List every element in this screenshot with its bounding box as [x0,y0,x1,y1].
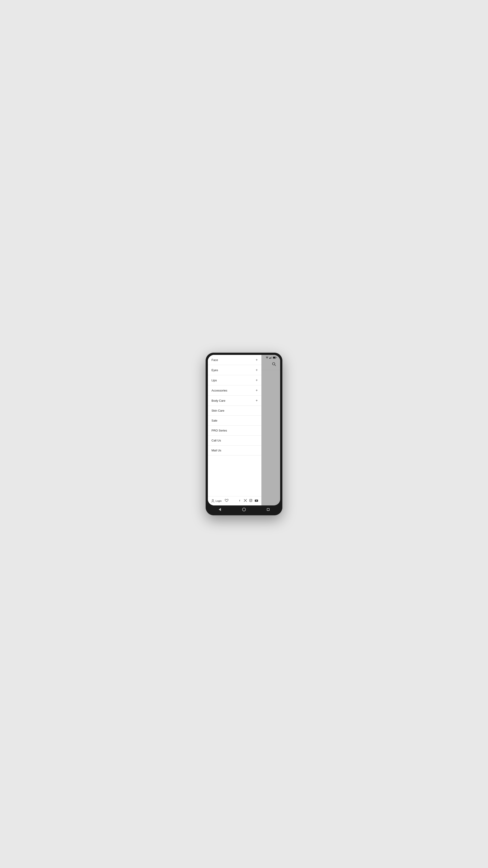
phone-frame: 9:05 [205,352,283,515]
menu-overlay: Face + Eyes + Lips + Accessor [208,355,280,505]
menu-footer: Login f [208,496,261,505]
menu-item-accessories-label: Accessories [212,389,227,392]
twitter-x-icon [244,499,247,502]
svg-point-10 [212,500,214,501]
menu-item-face-label: Face [212,358,218,362]
menu-item-eyes-expand[interactable]: + [256,368,258,372]
back-arrow-icon [219,508,221,511]
overlay-backdrop[interactable] [261,355,280,505]
menu-item-mail-us-label: Mail Us [212,449,221,452]
back-nav-button[interactable] [217,507,223,512]
social-links: f [238,499,258,503]
menu-item-bodycare-label: Body Care [212,399,225,402]
wishlist-button[interactable] [225,499,228,503]
menu-item-skincare-label: Skin Care [212,409,224,412]
heart-icon [225,499,228,502]
menu-item-accessories[interactable]: Accessories + [208,385,261,396]
home-nav-button[interactable] [241,507,247,512]
menu-item-face[interactable]: Face + [208,355,261,365]
menu-item-call-us[interactable]: Call Us [208,436,261,445]
menu-item-sale-label: Sale [212,419,217,422]
home-circle-icon [242,508,246,511]
menu-scroll[interactable]: Face + Eyes + Lips + Accessor [208,355,261,496]
menu-item-eyes[interactable]: Eyes + [208,365,261,375]
instagram-link[interactable] [249,499,252,503]
menu-item-call-us-label: Call Us [212,439,221,442]
login-label: Login [216,500,222,502]
svg-point-16 [250,500,252,501]
instagram-icon [249,499,252,502]
youtube-icon [255,499,258,502]
menu-item-skincare[interactable]: Skin Care [208,406,261,416]
facebook-link[interactable]: f [238,499,241,503]
recents-nav-button[interactable] [265,507,271,512]
menu-item-face-expand[interactable]: + [256,358,258,362]
menu-item-lips[interactable]: Lips + [208,375,261,385]
menu-item-pro-series[interactable]: PRO Series [208,426,261,436]
menu-item-accessories-expand[interactable]: + [256,389,258,392]
menu-item-bodycare-expand[interactable]: + [256,399,258,402]
recents-square-icon [267,508,269,511]
menu-item-mail-us[interactable]: Mail Us [208,445,261,456]
menu-item-pro-series-label: PRO Series [212,429,227,432]
phone-bottom-bar [208,505,280,513]
facebook-icon: f [238,499,241,502]
menu-item-lips-label: Lips [212,379,217,382]
phone-screen: 9:05 [208,355,280,505]
menu-item-lips-expand[interactable]: + [256,378,258,382]
menu-item-bodycare[interactable]: Body Care + [208,396,261,406]
svg-text:f: f [239,499,240,502]
menu-panel: Face + Eyes + Lips + Accessor [208,355,261,505]
twitter-link[interactable] [244,499,247,503]
login-button[interactable]: Login [211,499,222,503]
youtube-link[interactable] [255,499,258,503]
person-icon [211,499,215,503]
menu-item-sale[interactable]: Sale [208,416,261,426]
menu-item-eyes-label: Eyes [212,368,218,372]
